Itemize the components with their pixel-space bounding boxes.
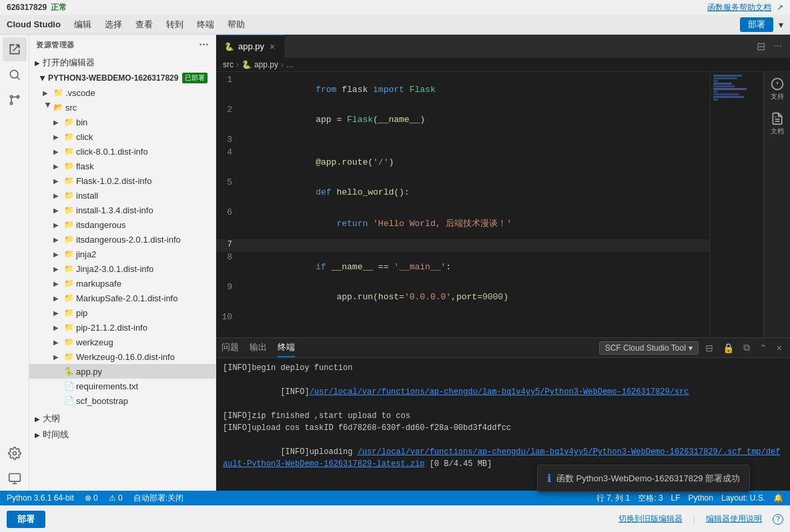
tab-py-icon: 🐍 <box>224 42 234 51</box>
sidebar-item-click-dist[interactable]: ▶ 📁 click-8.0.1.dist-info <box>29 144 216 159</box>
sidebar-item-label: pip <box>76 308 87 318</box>
brand-logo: Cloud Studio <box>7 19 61 29</box>
status-python-version[interactable]: Python 3.6.1 64-bit <box>7 493 74 503</box>
term-link-src[interactable]: /usr/local/var/functions/ap-chengdu/lam-… <box>310 387 689 397</box>
breadcrumb-apppy[interactable]: app.py <box>254 60 278 69</box>
menu-item-view[interactable]: 查看 <box>130 17 158 32</box>
panel-maximize-icon[interactable]: ⌃ <box>757 341 770 355</box>
sidebar-item-itsdangerous-dist[interactable]: ▶ 📁 itsdangerous-2.0.1.dist-info <box>29 232 216 247</box>
activity-explorer-icon[interactable] <box>3 37 27 61</box>
status-line-col[interactable]: 行 7, 列 1 <box>597 493 631 504</box>
tab-close-button[interactable]: × <box>268 41 276 52</box>
sidebar-more-button[interactable]: ··· <box>199 39 209 51</box>
sidebar-item-apppy[interactable]: ▶ 🐍 app.py <box>29 364 216 379</box>
status-warnings[interactable]: ⚠ 0 <box>109 493 123 503</box>
term-line-3: [INFO]zip finished ,start upload to cos <box>223 410 783 422</box>
panel-tab-terminal[interactable]: 终端 <box>278 339 295 357</box>
sidebar-item-flask[interactable]: ▶ 📁 flask <box>29 159 216 173</box>
sidebar-item-scf-bootstrap[interactable]: ▶ 📄 scf_bootstrap <box>29 393 216 408</box>
top-bar: 626317829 正常 函数服务帮助文档 ↗ <box>0 0 790 15</box>
bottom-help-icon[interactable]: ? <box>773 514 783 525</box>
status-language[interactable]: Python <box>689 493 713 503</box>
svg-point-6 <box>13 452 16 455</box>
sidebar-item-label: itsdangerous <box>76 220 125 230</box>
sidebar-item-pip[interactable]: ▶ 📁 pip <box>29 305 216 320</box>
sidebar-item-jinja2-dist[interactable]: ▶ 📁 Jinja2-3.0.1.dist-info <box>29 261 216 276</box>
activity-search-icon[interactable] <box>3 63 27 87</box>
status-notifications-icon[interactable]: 🔔 <box>773 493 783 503</box>
status-errors[interactable]: ⊗ 0 <box>85 493 98 503</box>
sidebar-item-install-dist[interactable]: ▶ 📁 install-1.3.4.dist-info <box>29 203 216 217</box>
sidebar-item-jinja2[interactable]: ▶ 📁 jinja2 <box>29 247 216 261</box>
sidebar-item-label: Flask-1.0.2.dist-info <box>76 176 151 186</box>
tab-actions: ⊟ ··· <box>749 39 790 54</box>
minimap <box>710 72 763 337</box>
menu-item-goto[interactable]: 转到 <box>161 17 189 32</box>
sidebar-item-werkzeug-dist[interactable]: ▶ 📁 Werkzeug-0.16.0.dist-info <box>29 349 216 364</box>
menu-bar: Cloud Studio 编辑 选择 查看 转到 终端 帮助 部署 ▾ <box>0 15 790 35</box>
sidebar-item-label: requirements.txt <box>76 381 138 391</box>
sidebar-item-label: jinja2 <box>76 249 96 259</box>
project-section[interactable]: ▶ PYTHON3-WEBDEMO-1626317829 已部署 <box>29 71 216 85</box>
sidebar-item-label: src <box>65 103 77 113</box>
sidebar-item-bin[interactable]: ▶ 📁 bin <box>29 115 216 129</box>
code-editor[interactable]: 1 from flask import Flask 2 app = Flask(… <box>216 72 710 337</box>
panel-lock-icon[interactable]: 🔒 <box>720 341 737 355</box>
sidebar-item-markupsafe[interactable]: ▶ 📁 markupsafe <box>29 276 216 291</box>
sidebar-item-werkzeug[interactable]: ▶ 📁 werkzeug <box>29 335 216 349</box>
sidebar-item-flask-dist[interactable]: ▶ 📁 Flask-1.0.2.dist-info <box>29 173 216 188</box>
panel-copy-icon[interactable]: ⧉ <box>741 341 753 355</box>
sidebar-item-markupsafe-dist[interactable]: ▶ 📁 MarkupSafe-2.0.1.dist-info <box>29 291 216 305</box>
sidebar-item-label: install-1.3.4.dist-info <box>76 205 153 215</box>
open-editors-label: 打开的编辑器 <box>43 57 95 69</box>
breadcrumb-sep1: › <box>236 60 239 69</box>
sidebar-item-label: click <box>76 132 93 142</box>
panel-close-icon[interactable]: × <box>774 341 785 355</box>
term-line-1: [INFO]begin deploy function <box>223 362 783 374</box>
open-editors-section[interactable]: ▶ 打开的编辑器 <box>29 55 216 71</box>
editor-help-link[interactable]: 编辑器使用说明 <box>706 513 762 525</box>
panel-dropdown[interactable]: SCF Cloud Studio Tool ▾ <box>599 341 699 355</box>
panel-tab-output[interactable]: 输出 <box>250 339 267 357</box>
status-bar: Python 3.6.1 64-bit ⊗ 0 ⚠ 0 自动部署:关闭 行 7,… <box>0 491 790 505</box>
external-link-icon: ↗ <box>777 3 783 12</box>
menu-deploy-button[interactable]: 部署 <box>740 17 773 32</box>
breadcrumb-src[interactable]: src <box>223 60 234 69</box>
breadcrumb-more[interactable]: ... <box>286 60 293 69</box>
status-spaces[interactable]: 空格: 3 <box>638 493 663 504</box>
panel-tab-problems[interactable]: 问题 <box>222 339 239 357</box>
code-line-9: 9 app.run(host='0.0.0.0',port=9000) <box>216 282 710 312</box>
bottom-deploy-button[interactable]: 部署 <box>7 511 45 528</box>
menu-item-select[interactable]: 选择 <box>99 17 127 32</box>
tab-apppy[interactable]: 🐍 app.py × <box>216 35 285 58</box>
menu-item-terminal[interactable]: 终端 <box>191 17 220 32</box>
activity-settings-icon[interactable] <box>3 441 27 465</box>
breadcrumb: src › 🐍 app.py › ... <box>216 58 790 72</box>
sidebar-item-itsdangerous[interactable]: ▶ 📁 itsdangerous <box>29 217 216 232</box>
panel-clear-icon[interactable]: ⊟ <box>703 341 716 355</box>
sidebar-item-click[interactable]: ▶ 📁 click <box>29 129 216 144</box>
sidebar-item-requirements[interactable]: ▶ 📄 requirements.txt <box>29 379 216 393</box>
menu-item-help[interactable]: 帮助 <box>222 17 250 32</box>
menu-item-edit[interactable]: 编辑 <box>69 17 97 32</box>
more-actions-icon[interactable]: ··· <box>771 39 785 53</box>
activity-remote-icon[interactable] <box>3 467 27 491</box>
support-button[interactable]: 支持 <box>771 77 784 101</box>
split-editor-icon[interactable]: ⊟ <box>754 39 768 54</box>
sidebar-item-install[interactable]: ▶ 📁 install <box>29 188 216 203</box>
activity-source-control-icon[interactable] <box>3 88 27 112</box>
sidebar-item-vscode[interactable]: ▶ 📁 .vscode <box>29 85 216 100</box>
timeline-label: 时间线 <box>43 429 69 441</box>
status-encoding[interactable]: LF <box>671 493 681 503</box>
switch-editor-link[interactable]: 切换到旧版编辑器 <box>619 513 683 525</box>
docs-button[interactable]: 文档 <box>771 112 784 136</box>
outline-section[interactable]: ▶ 大纲 <box>29 411 216 427</box>
timeline-section[interactable]: ▶ 时间线 <box>29 427 216 443</box>
status-auto-deploy[interactable]: 自动部署:关闭 <box>133 493 183 504</box>
sidebar-item-src[interactable]: ▶ 📂 src <box>29 100 216 115</box>
help-link[interactable]: 函数服务帮助文档 <box>707 2 771 13</box>
menu-chevron-icon[interactable]: ▾ <box>779 19 783 30</box>
status-layout[interactable]: Layout: U.S. <box>721 493 765 503</box>
panel-tabs: 问题 输出 终端 SCF Cloud Studio Tool ▾ ⊟ 🔒 ⧉ ⌃… <box>216 338 790 358</box>
sidebar-item-pip-dist[interactable]: ▶ 📁 pip-21.1.2.dist-info <box>29 320 216 335</box>
